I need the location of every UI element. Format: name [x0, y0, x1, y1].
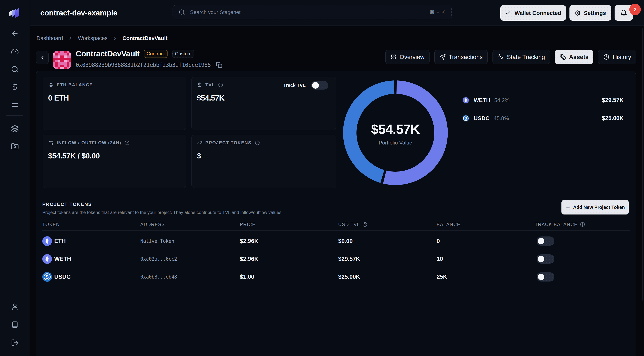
- notification-badge: 2: [629, 4, 641, 15]
- legend-token-name: WETH: [474, 97, 490, 103]
- badge-list: ContractCustom: [144, 50, 194, 58]
- copy-address-icon[interactable]: [216, 62, 222, 68]
- token-row-weth: WETH0xc02a...6cc2$2.96K$29.57K10: [42, 250, 630, 268]
- search-shortcut: ⌘ + K: [429, 9, 445, 15]
- help-icon[interactable]: [255, 140, 260, 145]
- contract-avatar: [53, 51, 71, 69]
- weth-legend-icon: [462, 96, 470, 104]
- help-icon[interactable]: [362, 222, 367, 227]
- eth-balance-card: ETH BALANCE 0 ETH: [43, 77, 186, 130]
- toggle-knob: [538, 238, 544, 244]
- track-balance-toggle[interactable]: [537, 272, 554, 282]
- token-balance: 25K: [436, 274, 447, 280]
- section-description: Project tokens are the tokens that are r…: [42, 210, 283, 215]
- section-title: PROJECT TOKENS: [42, 201, 92, 207]
- tab-assets[interactable]: Assets: [555, 50, 593, 64]
- contract-address: 0x03988239b9368831b2f21ebbf23b3af10cce19…: [76, 62, 211, 68]
- inflow-outflow-value: $54.57K / $0.00: [48, 152, 100, 160]
- ethereum-icon: [48, 82, 54, 88]
- sidebar-logout-icon[interactable]: [11, 339, 19, 347]
- sidebar-notebook-icon[interactable]: [11, 321, 19, 329]
- tab-history[interactable]: History: [598, 50, 636, 64]
- tab-state-tracking[interactable]: State Tracking: [492, 50, 550, 64]
- column-header-token: TOKEN: [42, 222, 60, 227]
- coins-icon: [560, 54, 566, 60]
- add-project-token-button[interactable]: Add New Project Token: [562, 200, 629, 215]
- wallet-connected-button[interactable]: Wallet Connected: [500, 5, 566, 21]
- token-name: USDC: [54, 274, 70, 280]
- token-price: $2.96K: [240, 238, 258, 245]
- svg-text:$: $: [465, 116, 467, 120]
- plus-icon: [565, 205, 570, 210]
- tab-overview[interactable]: Overview: [385, 50, 430, 64]
- tab-label: Overview: [400, 54, 424, 60]
- badge-custom: Custom: [172, 50, 194, 58]
- sidebar-user-icon[interactable]: [11, 303, 19, 310]
- breadcrumb: DashboardWorkspacesContractDevVault: [36, 35, 168, 41]
- tab-label: History: [612, 54, 631, 60]
- tab-transactions[interactable]: Transactions: [434, 50, 488, 64]
- workspace-title: contract-dev-example: [40, 8, 118, 17]
- help-icon[interactable]: [125, 140, 130, 145]
- token-name: WETH: [54, 256, 71, 262]
- sidebar-contract-scan-icon[interactable]: [11, 142, 19, 150]
- sidebar-search-icon[interactable]: [11, 65, 19, 73]
- trending-up-icon: [197, 140, 203, 146]
- dollar-icon: [197, 82, 203, 88]
- portfolio-donut-chart: $54.57K Portfolio Value: [343, 80, 448, 185]
- toggle-knob: [538, 256, 544, 262]
- tvl-card: TVL Track TVL $54.57K: [191, 77, 336, 130]
- legend-token-value: $29.57K: [602, 97, 624, 103]
- tab-label: State Tracking: [507, 54, 545, 60]
- toggle-knob: [538, 274, 544, 280]
- tvl-value: $54.57K: [197, 94, 224, 102]
- track-tvl-toggle[interactable]: [311, 81, 328, 89]
- project-tokens-value: 3: [197, 152, 201, 160]
- sidebar-back-icon[interactable]: [11, 30, 19, 37]
- portfolio-value: $54.57K: [371, 122, 420, 137]
- sidebar-divider: [6, 115, 23, 116]
- project-tokens-card: PROJECT TOKENS 3: [191, 135, 336, 188]
- history-icon: [603, 54, 610, 60]
- sidebar-dollar-icon[interactable]: [11, 83, 19, 91]
- settings-button[interactable]: Settings: [570, 5, 612, 21]
- weth-token-icon: [42, 254, 52, 264]
- scrollbar-thumb[interactable]: [642, 28, 644, 301]
- app-root: contract-dev-example Search your Stagene…: [0, 0, 644, 356]
- search-input[interactable]: Search your Stagenet ⌘ + K: [172, 5, 452, 19]
- legend-token-percent: 45.8%: [494, 115, 509, 121]
- column-header-usd_tvl: USD TVL: [338, 222, 367, 227]
- bell-icon: [620, 9, 627, 16]
- column-header-track_balance: TRACK BALANCE: [535, 222, 585, 227]
- tab-label: Transactions: [449, 54, 483, 60]
- token-usd-tvl: $29.57K: [338, 256, 360, 262]
- track-balance-toggle[interactable]: [537, 254, 554, 264]
- toggle-knob: [312, 82, 319, 89]
- token-row-usdc: $USDC0xa0b8...eb48$1.00$25.00K25K: [42, 268, 630, 286]
- card-label: INFLOW / OUTFLOW (24H): [57, 140, 121, 145]
- chevron-right-icon: [112, 36, 118, 40]
- add-project-token-label: Add New Project Token: [573, 205, 625, 210]
- token-address: Native Token: [140, 238, 174, 244]
- topbar: contract-dev-example Search your Stagene…: [30, 0, 644, 26]
- track-balance-toggle[interactable]: [537, 237, 554, 246]
- layout-grid-icon: [390, 54, 397, 60]
- wallet-connected-label: Wallet Connected: [514, 10, 561, 16]
- track-tvl-label: Track TVL: [284, 83, 306, 88]
- app-logo[interactable]: [8, 7, 22, 19]
- send-icon: [440, 54, 446, 60]
- help-icon[interactable]: [218, 82, 223, 87]
- activity-icon: [498, 54, 504, 60]
- main-content: DashboardWorkspacesContractDevVault Cont…: [30, 26, 644, 356]
- sidebar-layers-icon[interactable]: [11, 125, 19, 133]
- usdc-token-icon: $: [42, 272, 52, 282]
- chevron-right-icon: [68, 36, 73, 40]
- breadcrumb-item[interactable]: Workspaces: [78, 35, 108, 41]
- tab-label: Assets: [569, 54, 588, 60]
- sidebar-gauge-icon[interactable]: [11, 48, 19, 55]
- help-icon[interactable]: [580, 222, 585, 227]
- sidebar-menu-icon[interactable]: [11, 101, 19, 109]
- legend-token-name: USDC: [474, 115, 490, 121]
- back-button[interactable]: [36, 51, 49, 64]
- breadcrumb-item[interactable]: Dashboard: [36, 35, 63, 41]
